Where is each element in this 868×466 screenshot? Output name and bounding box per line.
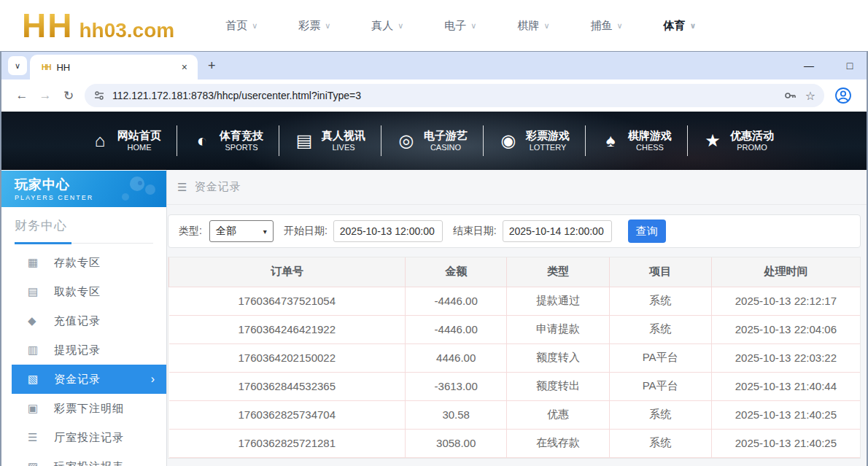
table-header-row: 订单号金额类型项目处理时间	[169, 257, 861, 287]
main-nav-label-cn: 棋牌游戏	[628, 129, 672, 143]
forward-button[interactable]: →	[34, 88, 57, 103]
top-nav-item[interactable]: 棋牌 ∨	[517, 19, 549, 33]
top-nav-item[interactable]: 电子 ∨	[444, 19, 476, 33]
browser-url-bar: ← → ↻ 112.121.172.181:8783/hhcp/usercent…	[1, 79, 867, 112]
cell-order-number: 1760362825721281	[169, 429, 406, 457]
bookmark-star-icon[interactable]: ☆	[805, 89, 815, 103]
filter-panel: 类型: 全部 ▾ 开始日期: 结束日期: 查询	[168, 214, 861, 248]
sidebar-item-icon: ◆	[28, 314, 47, 327]
sidebar-item-label: 厅室投注记录	[54, 431, 124, 445]
chevron-down-icon: ∨	[252, 21, 257, 31]
sidebar-menu-item[interactable]: ▧ 资金记录 ›	[12, 365, 166, 394]
end-date-input[interactable]	[503, 220, 612, 242]
sidebar-item-label: 充值记录	[54, 314, 101, 328]
table-row[interactable]: 1760362825721281 3058.00 在线存款 系统 2025-10…	[169, 429, 861, 457]
table-row[interactable]: 1760364202150022 4446.00 额度转入 PA平台 2025-…	[169, 343, 861, 372]
cell-project: 系统	[609, 400, 711, 429]
main-nav-label-cn: 体育竞技	[220, 129, 263, 143]
sidebar-menu-item[interactable]: ☰ 厅室投注记录 ›	[1, 423, 166, 452]
cell-amount: -4446.00	[406, 287, 507, 315]
maximize-button[interactable]: □	[840, 60, 859, 71]
site-info-icon[interactable]	[93, 90, 105, 101]
main-nav-item[interactable]: ◎ 电子游艺 CASINO	[381, 112, 483, 170]
top-nav-item[interactable]: 捕鱼 ∨	[590, 19, 622, 33]
main-nav-item[interactable]: ♠ 棋牌游戏 CHESS	[585, 112, 687, 170]
sidebar-menu-item[interactable]: ▣ 彩票下注明细 ›	[1, 394, 166, 423]
profile-avatar-icon[interactable]	[834, 87, 852, 104]
type-label: 类型:	[179, 225, 202, 238]
table-row[interactable]: 1760364737521054 -4446.00 提款通过 系统 2025-1…	[169, 287, 861, 315]
search-button[interactable]: 查询	[628, 220, 666, 243]
tab-close-icon[interactable]: ×	[179, 61, 190, 73]
sidebar-section-header: 财务中心	[15, 217, 153, 244]
main-nav-item[interactable]: ★ 优惠活动 PROMO	[687, 112, 789, 170]
top-nav-item[interactable]: 真人 ∨	[371, 19, 403, 33]
tab-title: HH	[56, 62, 178, 73]
main-nav-icon: ◎	[396, 131, 416, 151]
hamburger-icon[interactable]: ☰	[177, 181, 187, 194]
select-arrow-icon: ▾	[263, 228, 267, 236]
cell-order-number: 1760362825734704	[169, 400, 406, 429]
main-nav-icon: ⌂	[90, 131, 110, 151]
cell-project: 系统	[609, 287, 711, 315]
top-nav-label: 彩票	[298, 19, 320, 33]
cell-process-time: 2025-10-13 22:12:17	[711, 287, 860, 315]
tab-search-button[interactable]: ∨	[8, 56, 27, 75]
top-nav-item[interactable]: 体育 ∨	[664, 19, 697, 33]
cell-order-number: 1760364202150022	[169, 343, 406, 372]
sidebar-item-label: 取款专区	[54, 285, 101, 299]
main-nav-item[interactable]: ⌂ 网站首页 HOME	[74, 112, 177, 170]
sidebar-item-label: 资金记录	[54, 373, 101, 387]
main-nav-label-cn: 彩票游戏	[526, 129, 570, 143]
table-body: 1760364737521054 -4446.00 提款通过 系统 2025-1…	[169, 287, 861, 457]
top-nav-item[interactable]: 首页 ∨	[225, 19, 257, 33]
back-button[interactable]: ←	[10, 88, 34, 103]
main-nav-icon: ▤	[294, 131, 314, 151]
new-tab-button[interactable]: +	[208, 58, 216, 74]
sidebar-menu-item[interactable]: ▨ 玩家投注报表 ›	[1, 452, 166, 466]
table-header-cell: 订单号	[169, 257, 406, 287]
main-nav-item[interactable]: ◉ 彩票游戏 LOTTERY	[483, 112, 585, 170]
cell-process-time: 2025-10-13 22:03:22	[711, 343, 860, 372]
cell-type: 额度转入	[507, 343, 609, 372]
minimize-button[interactable]: —	[799, 60, 818, 71]
chevron-down-icon: ∨	[470, 21, 476, 31]
cell-amount: 3058.00	[406, 429, 507, 457]
url-text[interactable]: 112.121.172.181:8783/hhcp/usercenter.htm…	[112, 90, 775, 101]
sidebar-menu-item[interactable]: ◆ 充值记录 ›	[1, 306, 166, 335]
browser-tab[interactable]: HH HH ×	[30, 55, 198, 79]
sidebar-item-icon: ▨	[28, 460, 47, 466]
gamepad-decoration-icon	[108, 174, 159, 206]
site-logo[interactable]: HH hh03.com	[22, 6, 174, 45]
sidebar-menu-item[interactable]: ▦ 存款专区 ›	[1, 248, 166, 277]
main-nav-label-en: CASINO	[430, 143, 461, 153]
sidebar-item-icon: ▧	[28, 373, 47, 386]
main-nav-icon: ★	[702, 131, 723, 151]
address-omnibox[interactable]: 112.121.172.181:8783/hhcp/usercenter.htm…	[85, 84, 824, 107]
reload-button[interactable]: ↻	[57, 88, 80, 104]
main-nav-item[interactable]: ◐ 体育竞技 SPORTS	[177, 112, 279, 170]
cell-process-time: 2025-10-13 21:40:25	[711, 429, 860, 457]
sidebar-item-icon: ▤	[28, 285, 47, 298]
table-header-cell: 金额	[406, 257, 507, 287]
top-nav-item[interactable]: 彩票 ∨	[298, 19, 330, 33]
cell-project: 系统	[609, 315, 711, 343]
funds-record-table: 订单号金额类型项目处理时间 1760364737521054 -4446.00 …	[168, 257, 860, 458]
page-body: 玩家中心 PLAYERS CENTER 财务中心 ▦ 存款专区 ›	[1, 170, 867, 466]
sidebar-menu-item[interactable]: ▥ 提现记录 ›	[1, 335, 166, 365]
chevron-down-icon: ∨	[543, 21, 549, 31]
main-content: ☰ 资金记录 类型: 全部 ▾ 开始日期: 结束日期: 查询	[167, 170, 867, 466]
main-nav-item[interactable]: ▤ 真人视讯 LIVES	[279, 112, 381, 170]
chevron-down-icon: ∨	[616, 21, 622, 31]
table-row[interactable]: 1760364246421922 -4446.00 申请提款 系统 2025-1…	[169, 315, 861, 343]
type-select[interactable]: 全部 ▾	[209, 220, 274, 242]
table-row[interactable]: 1760362844532365 -3613.00 额度转出 PA平台 2025…	[169, 372, 861, 400]
sidebar-menu-item[interactable]: ▤ 取款专区 ›	[1, 277, 166, 306]
table-row[interactable]: 1760362825734704 30.58 优惠 系统 2025-10-13 …	[169, 400, 861, 429]
cell-amount: 30.58	[406, 400, 507, 429]
password-key-icon[interactable]	[783, 89, 797, 102]
sidebar-item-icon: ☰	[28, 431, 47, 444]
sidebar-item-label: 存款专区	[54, 256, 101, 270]
cell-type: 在线存款	[507, 429, 609, 457]
start-date-input[interactable]	[333, 220, 443, 242]
